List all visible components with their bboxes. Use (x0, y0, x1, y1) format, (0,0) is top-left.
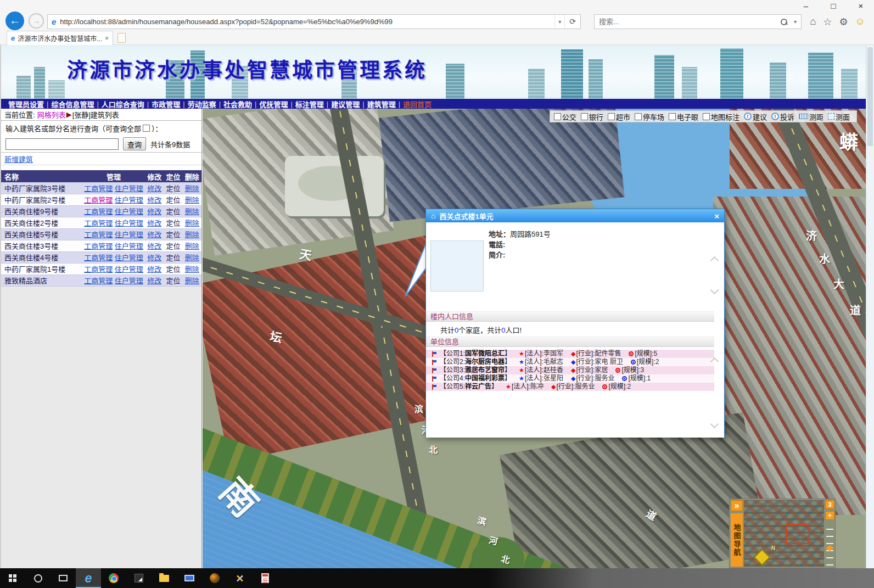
query-button[interactable]: 查询 (123, 137, 146, 150)
delete-link[interactable]: 删除 (185, 242, 199, 250)
popup-title-bar[interactable]: ⌂ 西关点式楼1单元 × (426, 209, 724, 222)
scroll-down-icon[interactable] (710, 286, 719, 295)
taskbar-chrome[interactable] (101, 568, 126, 588)
nav-item-admin[interactable]: 管理员设置 (5, 99, 47, 109)
scroll-up-icon[interactable] (710, 256, 719, 265)
delete-link[interactable]: 删除 (185, 265, 199, 273)
edit-link[interactable]: 修改 (147, 196, 161, 204)
edit-link[interactable]: 修改 (147, 231, 161, 239)
bus-checkbox[interactable] (554, 113, 561, 120)
nav-item-annotation[interactable]: 标注管理 (293, 99, 327, 109)
query-all-checkbox[interactable] (143, 125, 150, 132)
business-manage-link[interactable]: 工商管理 (84, 231, 113, 239)
nav-item-suggestion[interactable]: 建议管理 (328, 99, 362, 109)
scrollbar-thumb[interactable] (867, 47, 873, 146)
resident-manage-link[interactable]: 住户管理 (115, 219, 143, 227)
minimap-zoom-in-button[interactable]: + (825, 511, 834, 520)
taskbar-document[interactable] (253, 568, 278, 588)
business-manage-link[interactable]: 工商管理 (84, 184, 113, 193)
nav-item-labor[interactable]: 劳动监察 (185, 99, 219, 109)
minimap-viewport-rect[interactable] (786, 524, 810, 544)
locate-link[interactable]: 定位 (166, 219, 180, 227)
resident-manage-link[interactable]: 住户管理 (115, 231, 143, 239)
layer-camera[interactable]: 电子眼 (669, 111, 698, 122)
start-button[interactable] (0, 568, 25, 588)
delete-link[interactable]: 删除 (185, 219, 199, 227)
forward-button[interactable]: → (29, 13, 44, 29)
nav-item-info[interactable]: 综合信息管理 (48, 99, 97, 109)
business-manage-link[interactable]: 工商管理 (84, 242, 113, 250)
layer-supermarket[interactable]: 超市 (608, 111, 630, 122)
nav-item-municipal[interactable]: 市政管理 (149, 99, 183, 109)
resident-manage-link[interactable]: 住户管理 (115, 196, 143, 204)
edit-link[interactable]: 修改 (147, 242, 161, 250)
locate-link[interactable]: 定位 (166, 231, 180, 239)
locate-link[interactable]: 定位 (166, 265, 180, 273)
edit-link[interactable]: 修改 (147, 208, 161, 216)
complaint-tool[interactable]: !投诉 (771, 111, 794, 122)
camera-checkbox[interactable] (669, 113, 676, 120)
minimap-thumbnail[interactable]: N (744, 500, 824, 567)
locate-link[interactable]: 定位 (166, 254, 180, 262)
taskbar-explorer[interactable] (152, 568, 177, 588)
minimap-expand-button[interactable]: » (731, 500, 743, 511)
tab-close-icon[interactable]: × (105, 35, 109, 42)
delete-link[interactable]: 删除 (185, 254, 199, 262)
delete-link[interactable]: 删除 (185, 184, 199, 193)
breadcrumb-grid-link[interactable]: 网格列表 (37, 109, 66, 120)
task-view-button[interactable] (51, 568, 76, 588)
refresh-icon[interactable]: ⟳ (564, 15, 580, 29)
nav-item-social-aid[interactable]: 社会救助 (221, 99, 255, 109)
business-manage-link[interactable]: 工商管理 (84, 196, 113, 204)
autocomplete-caret-icon[interactable]: ▾ (554, 15, 564, 29)
resident-manage-link[interactable]: 住户管理 (115, 242, 143, 250)
page-scrollbar[interactable] (866, 45, 874, 568)
delete-link[interactable]: 删除 (185, 231, 199, 239)
home-icon[interactable]: ⌂ (810, 16, 816, 28)
supermarket-checkbox[interactable] (608, 113, 615, 120)
annotation-checkbox[interactable] (703, 113, 710, 120)
settings-icon[interactable]: ⚙ (839, 16, 848, 28)
measure-distance-tool[interactable]: 测距 (799, 111, 823, 122)
edit-link[interactable]: 修改 (147, 254, 161, 262)
layer-parking[interactable]: 停车场 (635, 111, 664, 122)
delete-link[interactable]: 删除 (185, 208, 199, 216)
url-text[interactable]: http://localhost:88/admin/housemanage/ho… (60, 18, 554, 26)
bank-checkbox[interactable] (581, 113, 588, 120)
edit-link[interactable]: 修改 (147, 265, 161, 273)
close-button[interactable]: × (855, 1, 866, 10)
building-name-input[interactable] (5, 138, 119, 150)
taskbar-tools[interactable] (227, 568, 253, 588)
scroll-down-icon[interactable] (710, 420, 719, 429)
minimap-nav-label[interactable]: 地图导航 (731, 513, 743, 567)
nav-item-building[interactable]: 建筑管理 (365, 99, 399, 109)
taskbar-app-dark[interactable] (126, 568, 152, 588)
cortana-button[interactable] (25, 568, 51, 588)
business-manage-link[interactable]: 工商管理 (84, 219, 113, 227)
search-input[interactable] (595, 18, 781, 26)
layer-bus[interactable]: 公交 (554, 111, 576, 122)
search-box[interactable]: ▾ (594, 14, 802, 29)
suggest-tool[interactable]: !建议 (744, 111, 767, 122)
new-tab-button[interactable] (117, 33, 126, 43)
edit-link[interactable]: 修改 (147, 184, 161, 193)
taskbar-app-round[interactable] (202, 568, 227, 588)
edit-link[interactable]: 修改 (147, 277, 161, 285)
popup-close-icon[interactable]: × (714, 211, 719, 221)
tab-smart-city[interactable]: e 济源市济水办事处智慧城市... × (7, 31, 113, 45)
resident-manage-link[interactable]: 住户管理 (115, 208, 143, 216)
address-bar[interactable]: e http://localhost:88/admin/housemanage/… (47, 14, 581, 29)
layer-bank[interactable]: 银行 (581, 111, 603, 122)
parking-checkbox[interactable] (635, 113, 642, 120)
taskbar-computer[interactable] (177, 568, 202, 588)
favorites-icon[interactable]: ☆ (823, 16, 832, 28)
resident-manage-link[interactable]: 住户管理 (115, 254, 143, 262)
resident-manage-link[interactable]: 住户管理 (115, 184, 143, 193)
resident-manage-link[interactable]: 住户管理 (115, 277, 143, 285)
locate-link[interactable]: 定位 (166, 277, 180, 285)
delete-link[interactable]: 删除 (185, 196, 199, 204)
business-manage-link[interactable]: 工商管理 (84, 208, 113, 216)
business-manage-link[interactable]: 工商管理 (84, 254, 113, 262)
locate-link[interactable]: 定位 (166, 242, 180, 250)
minimize-button[interactable]: – (800, 1, 811, 10)
